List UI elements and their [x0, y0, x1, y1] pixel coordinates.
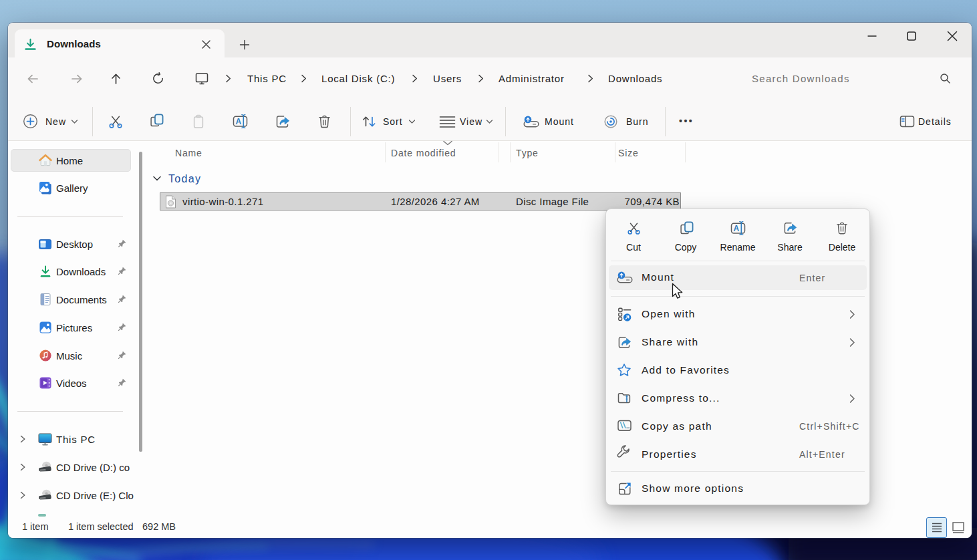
svg-text:A: A: [236, 117, 242, 126]
svg-text:A: A: [734, 224, 740, 233]
